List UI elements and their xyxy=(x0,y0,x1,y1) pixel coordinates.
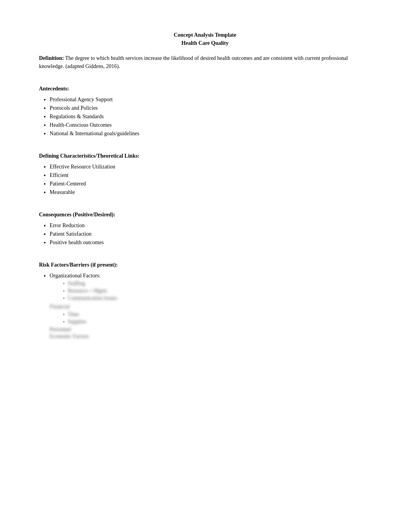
antecedents-section: Antecedents: Professional Agency Support… xyxy=(39,86,371,138)
antecedents-list: Professional Agency Support Protocols an… xyxy=(39,97,371,138)
blurred-item: Time xyxy=(68,311,79,318)
sub-list-item: Communication Issues xyxy=(50,295,117,301)
definition-label: Definition: xyxy=(39,55,64,61)
list-item: Efficient xyxy=(39,172,371,179)
defining-characteristics-heading: Defining Characteristics/Theoretical Lin… xyxy=(39,153,371,159)
sub-list-item: Time xyxy=(50,311,117,318)
definition-block: Definition: The degree to which health s… xyxy=(39,54,371,70)
list-item: Professional Agency Support xyxy=(39,97,371,104)
financial-sub-list: Time Supplies xyxy=(50,311,117,325)
list-item: Error Reduction xyxy=(39,223,371,229)
list-item: Positive health outcomes xyxy=(39,240,371,246)
sub-list-item: Supplies xyxy=(50,319,117,325)
list-item: Effective Resource Utilization xyxy=(39,164,371,171)
list-item: Protocols and Policies xyxy=(39,105,371,112)
sub-list-item: Resource + Mgmt xyxy=(50,288,117,294)
title-line1: Concept Analysis Template xyxy=(39,31,371,39)
blurred-text-block: Financial xyxy=(50,304,117,310)
list-item: Measurable xyxy=(39,189,371,196)
blurred-item: Staffing xyxy=(68,280,85,287)
organizational-sub-list: Staffing Resource + Mgmt Communication I… xyxy=(50,280,117,301)
blurred-item: Supplies xyxy=(68,319,86,325)
consequences-section: Consequences (Positive/Desired): Error R… xyxy=(39,212,371,246)
consequences-list: Error Reduction Patient Satisfaction Pos… xyxy=(39,223,371,246)
risk-factors-list: Organizational Factors: Staffing Resourc… xyxy=(39,273,371,340)
page-container: Concept Analysis Template Health Care Qu… xyxy=(39,31,371,340)
risk-factors-heading: Risk Factors/Barriers (if present): xyxy=(39,262,371,268)
blurred-item: Communication Issues xyxy=(68,295,117,301)
title-line2: Health Care Quality xyxy=(39,39,371,47)
blurred-item: Resource + Mgmt xyxy=(68,288,107,294)
list-item: Patient-Centered xyxy=(39,181,371,188)
list-item: National & International goals/guideline… xyxy=(39,131,371,138)
list-item: Patient Satisfaction xyxy=(39,231,371,238)
blurred-text-block3: Economic Factors xyxy=(50,333,117,340)
defining-characteristics-list: Effective Resource Utilization Efficient… xyxy=(39,164,371,196)
definition-text: The degree to which health services incr… xyxy=(39,55,348,69)
list-item: Health-Conscious Outcomes xyxy=(39,122,371,129)
antecedents-heading: Antecedents: xyxy=(39,86,371,92)
list-item: Regulations & Standards xyxy=(39,114,371,121)
sub-list-item: Staffing xyxy=(50,280,117,287)
blurred-text-block2: Personnel xyxy=(50,326,117,333)
risk-factors-section: Risk Factors/Barriers (if present): Orga… xyxy=(39,262,371,340)
organizational-factors-label: Organizational Factors: xyxy=(50,273,101,279)
title-block: Concept Analysis Template Health Care Qu… xyxy=(39,31,371,47)
list-item: Organizational Factors: Staffing Resourc… xyxy=(39,273,371,340)
consequences-heading: Consequences (Positive/Desired): xyxy=(39,212,371,218)
defining-characteristics-section: Defining Characteristics/Theoretical Lin… xyxy=(39,153,371,196)
